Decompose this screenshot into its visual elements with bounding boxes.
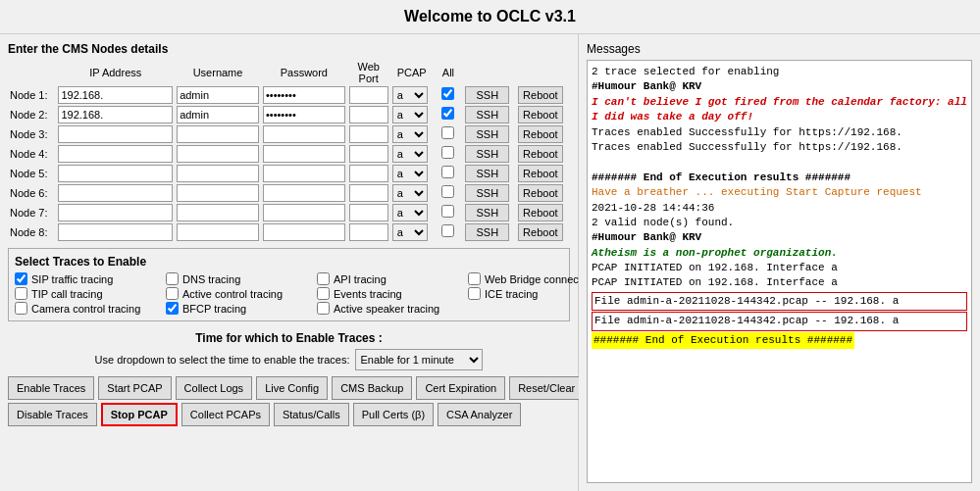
password-input-3[interactable] <box>263 125 345 143</box>
pcap-select-2[interactable]: abc <box>392 106 428 123</box>
port-input-8[interactable] <box>349 223 388 241</box>
reboot-button-2[interactable]: Reboot <box>518 106 562 123</box>
trace-checkbox-5[interactable] <box>166 287 179 300</box>
password-input-2[interactable] <box>263 106 345 123</box>
trace-checkbox-10[interactable] <box>317 302 330 315</box>
password-input-1[interactable] <box>263 86 345 104</box>
username-input-4[interactable] <box>177 145 259 163</box>
node-checkbox-5[interactable] <box>441 166 454 178</box>
csa-analyzer-button[interactable]: CSA Analyzer <box>438 403 521 426</box>
trace-checkbox-8[interactable] <box>15 302 27 315</box>
ssh-button-8[interactable]: SSH <box>465 223 509 241</box>
trace-label-9: BFCP tracing <box>182 303 246 315</box>
port-input-3[interactable] <box>349 125 388 143</box>
status-calls-button[interactable]: Status/Calls <box>274 403 349 426</box>
reboot-button-5[interactable]: Reboot <box>518 165 562 182</box>
table-row: Node 7:abcSSHReboot <box>8 203 570 222</box>
reboot-button-6[interactable]: Reboot <box>518 184 562 202</box>
pcap-select-3[interactable]: abc <box>392 125 428 143</box>
pcap-select-6[interactable]: abc <box>392 184 428 202</box>
port-input-4[interactable] <box>349 145 388 163</box>
node-checkbox-8[interactable] <box>441 224 454 237</box>
stop-pcap-button[interactable]: Stop PCAP <box>101 403 178 426</box>
pcap-select-5[interactable]: abc <box>392 165 428 182</box>
ssh-button-1[interactable]: SSH <box>465 86 509 104</box>
password-input-4[interactable] <box>263 145 345 163</box>
collect-logs-button[interactable]: Collect Logs <box>176 376 253 400</box>
message-line: 2 valid node(s) found. <box>592 216 967 230</box>
trace-checkbox-7[interactable] <box>468 287 481 300</box>
port-input-2[interactable] <box>349 106 388 123</box>
trace-checkbox-4[interactable] <box>15 287 27 300</box>
password-input-8[interactable] <box>263 223 345 241</box>
message-line <box>592 155 967 170</box>
pcap-select-4[interactable]: abc <box>392 145 428 163</box>
username-input-8[interactable] <box>177 223 259 241</box>
col-header-all: All <box>434 60 464 85</box>
port-input-5[interactable] <box>349 165 388 182</box>
username-input-2[interactable] <box>177 106 259 123</box>
ssh-button-4[interactable]: SSH <box>465 145 509 163</box>
start-pcap-button[interactable]: Start PCAP <box>98 376 171 400</box>
ssh-button-3[interactable]: SSH <box>465 125 509 143</box>
ssh-button-6[interactable]: SSH <box>465 184 509 202</box>
reset-clear-button[interactable]: Reset/Clear <box>509 376 584 400</box>
cert-expiration-button[interactable]: Cert Expiration <box>416 376 505 400</box>
ip-input-3[interactable] <box>58 125 173 143</box>
reboot-button-1[interactable]: Reboot <box>518 86 562 104</box>
port-input-7[interactable] <box>349 204 388 221</box>
reboot-button-3[interactable]: Reboot <box>518 125 562 143</box>
password-input-5[interactable] <box>263 165 345 182</box>
ip-input-5[interactable] <box>58 165 173 182</box>
ip-input-2[interactable] <box>58 106 173 123</box>
trace-checkbox-6[interactable] <box>317 287 330 300</box>
trace-checkbox-1[interactable] <box>166 272 179 285</box>
reboot-button-7[interactable]: Reboot <box>518 204 562 221</box>
trace-checkbox-9[interactable] <box>166 302 179 315</box>
cms-backup-button[interactable]: CMS Backup <box>332 376 412 400</box>
password-input-7[interactable] <box>263 204 345 221</box>
node-label-5: Node 5: <box>8 164 56 183</box>
traces-section: Select Traces to Enable SIP traffic trac… <box>8 248 570 321</box>
disable-traces-button[interactable]: Disable Traces <box>8 403 97 426</box>
ip-input-1[interactable] <box>58 86 173 104</box>
reboot-button-4[interactable]: Reboot <box>518 145 562 163</box>
trace-checkbox-0[interactable] <box>15 272 27 285</box>
message-line: File admin-a-20211028-144342.pcap -- 192… <box>592 312 967 330</box>
ip-input-7[interactable] <box>58 204 173 221</box>
message-line: Traces enabled Successfully for https://… <box>592 125 967 140</box>
node-checkbox-3[interactable] <box>441 126 454 139</box>
trace-checkbox-3[interactable] <box>468 272 481 285</box>
ip-input-4[interactable] <box>58 145 173 163</box>
node-checkbox-7[interactable] <box>441 205 454 218</box>
trace-item: Camera control tracing <box>15 302 162 315</box>
username-input-5[interactable] <box>177 165 259 182</box>
port-input-1[interactable] <box>349 86 388 104</box>
trace-checkbox-2[interactable] <box>317 272 330 285</box>
live-config-button[interactable]: Live Config <box>256 376 328 400</box>
pull-certs-button[interactable]: Pull Certs (β) <box>353 403 434 426</box>
pcap-select-1[interactable]: abc <box>392 86 428 104</box>
ssh-button-5[interactable]: SSH <box>465 165 509 182</box>
enable-traces-button[interactable]: Enable Traces <box>8 376 94 400</box>
time-dropdown[interactable]: Enable for 1 minuteEnable for 5 minutesE… <box>355 349 483 370</box>
node-checkbox-2[interactable] <box>441 107 454 120</box>
ip-input-8[interactable] <box>58 223 173 241</box>
node-checkbox-4[interactable] <box>441 146 454 159</box>
username-input-3[interactable] <box>177 125 259 143</box>
node-checkbox-1[interactable] <box>441 87 454 100</box>
port-input-6[interactable] <box>349 184 388 202</box>
reboot-button-8[interactable]: Reboot <box>518 223 562 241</box>
username-input-6[interactable] <box>177 184 259 202</box>
username-input-1[interactable] <box>177 86 259 104</box>
password-input-6[interactable] <box>263 184 345 202</box>
pcap-select-8[interactable]: abc <box>392 223 428 241</box>
ssh-button-2[interactable]: SSH <box>465 106 509 123</box>
ssh-button-7[interactable]: SSH <box>465 204 509 221</box>
node-checkbox-6[interactable] <box>441 185 454 198</box>
ip-input-6[interactable] <box>58 184 173 202</box>
collect-pcaps-button[interactable]: Collect PCAPs <box>181 403 270 426</box>
username-input-7[interactable] <box>177 204 259 221</box>
message-line: 2 trace selected for enabling <box>592 65 967 79</box>
pcap-select-7[interactable]: abc <box>392 204 428 221</box>
